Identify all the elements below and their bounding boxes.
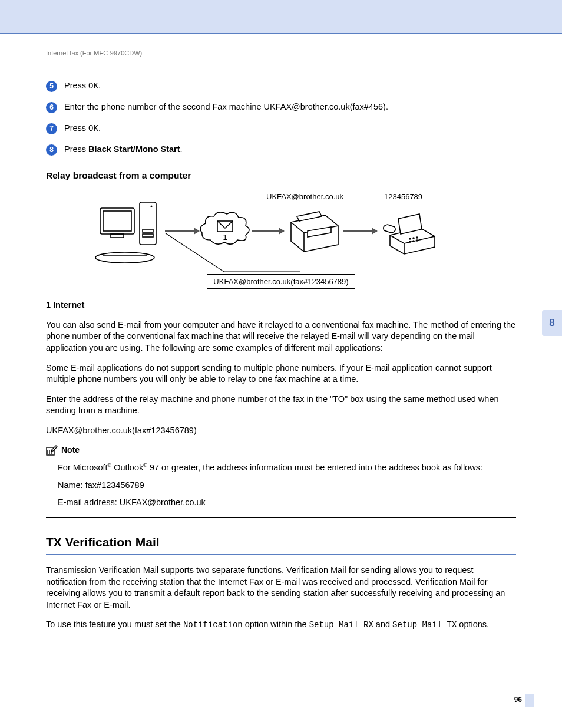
para-address-example: UKFAX@brother.co.uk(fax#123456789) xyxy=(46,425,516,437)
diagram-label-ukfax: UKFAX@brother.co.uk xyxy=(266,192,343,202)
heading-relay: Relay broadcast from a computer xyxy=(46,170,516,182)
computer-icon xyxy=(95,201,166,269)
svg-point-17 xyxy=(416,240,418,241)
note-pencil-icon xyxy=(46,445,58,456)
svg-point-13 xyxy=(413,238,414,239)
tx-para-1: Transmission Verification Mail supports … xyxy=(46,565,516,611)
chapter-side-tab: 8 xyxy=(542,310,562,336)
svg-rect-5 xyxy=(143,229,153,232)
page-num-strip xyxy=(525,694,534,707)
svg-point-16 xyxy=(413,241,414,242)
svg-point-12 xyxy=(409,238,411,239)
para: Some E-mail applications do not support … xyxy=(46,363,516,386)
arrow-icon xyxy=(343,230,377,232)
svg-rect-3 xyxy=(140,202,156,245)
note-title: Note xyxy=(61,444,80,456)
step-text: Press OK. xyxy=(64,123,516,134)
note-body: For Microsoft® Outlook® 97 or greater, t… xyxy=(46,462,516,518)
note-box: Note For Microsoft® Outlook® 97 or great… xyxy=(46,444,516,517)
svg-point-4 xyxy=(151,205,153,207)
header-banner xyxy=(0,0,562,33)
callout-connector xyxy=(165,233,300,277)
relay-diagram: UKFAX@brother.co.uk 123456789 xyxy=(95,192,467,289)
svg-point-14 xyxy=(416,237,418,238)
step-8: 8 Press Black Start/Mono Start. xyxy=(46,144,516,156)
svg-rect-2 xyxy=(111,234,124,238)
diagram-label-number: 123456789 xyxy=(384,192,422,202)
fax-machine-icon xyxy=(379,209,438,260)
heading-tx-verification: TX Verification Mail xyxy=(46,534,516,551)
arrow-icon xyxy=(252,230,284,232)
step-5: 5 Press OK. xyxy=(46,80,516,92)
para: Enter the address of the relay machine a… xyxy=(46,394,516,417)
svg-rect-6 xyxy=(143,234,153,237)
step-badge: 6 xyxy=(46,102,57,113)
svg-point-7 xyxy=(95,252,154,263)
tx-para-2: To use this feature you must set the Not… xyxy=(46,619,516,631)
step-7: 7 Press OK. xyxy=(46,123,516,134)
step-text: Enter the phone number of the second Fax… xyxy=(64,101,516,113)
step-badge: 5 xyxy=(46,81,57,92)
step-text: Press Black Start/Mono Start. xyxy=(64,144,516,156)
legend-internet: 1 Internet xyxy=(46,299,516,311)
heading-rule xyxy=(46,554,516,555)
step-6: 6 Enter the phone number of the second F… xyxy=(46,101,516,113)
arrow-icon xyxy=(165,230,199,232)
page-number: 96 xyxy=(514,695,522,704)
note-rule xyxy=(85,450,516,450)
step-text: Press OK. xyxy=(64,80,516,92)
step-badge: 8 xyxy=(46,144,57,156)
step-badge: 7 xyxy=(46,123,57,134)
svg-point-15 xyxy=(409,241,411,242)
svg-rect-1 xyxy=(103,211,131,231)
para: You can also send E-mail from your compu… xyxy=(46,319,516,354)
page-content: Internet fax (For MFC-9970CDW) 5 Press O… xyxy=(0,34,562,631)
running-header: Internet fax (For MFC-9970CDW) xyxy=(46,49,516,58)
svg-rect-0 xyxy=(100,208,134,234)
